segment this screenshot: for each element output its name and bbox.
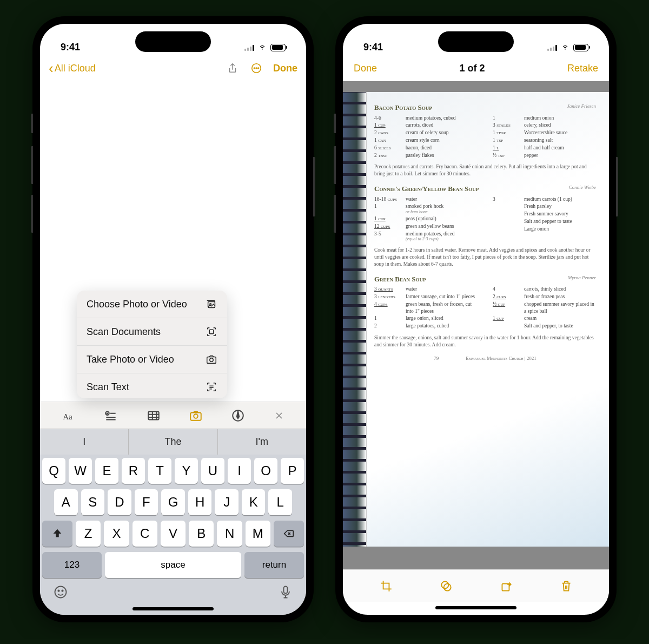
key-row-3: ZXCVBNM xyxy=(42,521,304,547)
key-s[interactable]: S xyxy=(81,489,105,515)
page-content: Bacon Potato SoupJanice Friesen4-6medium… xyxy=(367,92,609,547)
scan-doc-icon xyxy=(206,326,217,338)
scan-toolbar xyxy=(343,569,609,602)
key-k[interactable]: K xyxy=(242,489,266,515)
return-key[interactable]: return xyxy=(244,552,304,578)
key-v[interactable]: V xyxy=(161,521,186,547)
key-t[interactable]: T xyxy=(148,458,171,484)
text-format-icon[interactable]: Aa xyxy=(62,409,76,423)
key-w[interactable]: W xyxy=(69,458,92,484)
battery-icon xyxy=(573,44,588,51)
more-icon[interactable] xyxy=(249,61,263,75)
done-button[interactable]: Done xyxy=(273,63,297,74)
key-j[interactable]: J xyxy=(215,489,239,515)
scan-nav: Done 1 of 2 Retake xyxy=(343,55,609,81)
dynamic-island xyxy=(438,31,514,52)
gallery-icon xyxy=(206,298,217,310)
clock: 9:41 xyxy=(363,42,383,53)
menu-take-photo[interactable]: Take Photo or Video xyxy=(77,346,227,373)
note-toolbar: Aa xyxy=(40,402,306,429)
back-label: All iCloud xyxy=(55,63,96,74)
svg-point-3 xyxy=(258,68,259,69)
svg-rect-18 xyxy=(284,587,288,594)
dictation-icon[interactable] xyxy=(278,584,293,600)
menu-scan-documents[interactable]: Scan Documents xyxy=(77,318,227,346)
battery-icon xyxy=(270,44,286,51)
suggestion-1[interactable]: I xyxy=(40,429,129,455)
suggestion-bar: I The I'm xyxy=(40,429,306,455)
svg-point-8 xyxy=(210,358,213,362)
close-icon[interactable] xyxy=(274,409,284,423)
suggestion-3[interactable]: I'm xyxy=(218,429,306,455)
retake-button[interactable]: Retake xyxy=(567,63,598,74)
key-i[interactable]: I xyxy=(228,458,251,484)
svg-point-13 xyxy=(194,414,198,418)
menu-scan-text[interactable]: Scan Text xyxy=(77,373,227,398)
dynamic-island xyxy=(135,31,211,52)
page-counter: 1 of 2 xyxy=(459,63,485,74)
key-a[interactable]: A xyxy=(54,489,78,515)
backspace-key[interactable] xyxy=(274,521,304,547)
key-f[interactable]: F xyxy=(135,489,158,515)
key-l[interactable]: L xyxy=(268,489,292,515)
svg-rect-6 xyxy=(209,330,213,333)
wifi-icon xyxy=(560,42,570,53)
key-row-2: ASDFGHJKL xyxy=(42,489,304,515)
key-d[interactable]: D xyxy=(108,489,131,515)
screen-notes: 9:41 ‹ All iCloud Done Choose Photo or V… xyxy=(40,24,306,615)
wifi-icon xyxy=(257,42,267,53)
key-e[interactable]: E xyxy=(95,458,118,484)
key-q[interactable]: Q xyxy=(42,458,65,484)
key-h[interactable]: H xyxy=(188,489,212,515)
signal-icon xyxy=(547,44,558,51)
scan-body[interactable]: Bacon Potato SoupJanice Friesen4-6medium… xyxy=(343,81,609,569)
space-key[interactable]: space xyxy=(105,552,241,578)
key-y[interactable]: Y xyxy=(175,458,198,484)
key-g[interactable]: G xyxy=(161,489,185,515)
rotate-icon[interactable] xyxy=(499,579,513,593)
trash-icon[interactable] xyxy=(559,579,573,593)
chevron-left-icon: ‹ xyxy=(49,61,54,75)
camera-icon xyxy=(206,353,217,365)
svg-point-16 xyxy=(58,590,59,592)
key-z[interactable]: Z xyxy=(76,521,101,547)
spiral-binding xyxy=(343,92,367,547)
attachment-menu: Choose Photo or Video Scan Documents Tak… xyxy=(77,291,227,398)
scanned-page: Bacon Potato SoupJanice Friesen4-6medium… xyxy=(343,92,609,547)
numbers-key[interactable]: 123 xyxy=(42,552,102,578)
back-button[interactable]: ‹ All iCloud xyxy=(49,61,96,75)
share-icon[interactable] xyxy=(226,61,240,75)
key-x[interactable]: X xyxy=(104,521,129,547)
signal-icon xyxy=(244,44,255,51)
phone-right: 9:41 Done 1 of 2 Retake Bacon Potato Sou… xyxy=(335,16,617,622)
key-r[interactable]: R xyxy=(122,458,145,484)
note-body[interactable]: Choose Photo or Video Scan Documents Tak… xyxy=(40,81,306,402)
suggestion-2[interactable]: The xyxy=(129,429,217,455)
key-n[interactable]: N xyxy=(217,521,242,547)
clock: 9:41 xyxy=(61,42,80,53)
markup-icon[interactable] xyxy=(231,409,245,423)
svg-point-17 xyxy=(62,590,63,592)
svg-text:Aa: Aa xyxy=(63,411,72,420)
scan-text-icon xyxy=(206,381,217,393)
menu-choose-photo[interactable]: Choose Photo or Video xyxy=(77,291,227,318)
home-indicator[interactable] xyxy=(133,607,214,610)
key-m[interactable]: M xyxy=(246,521,270,547)
scan-done-button[interactable]: Done xyxy=(354,63,377,74)
key-b[interactable]: B xyxy=(189,521,214,547)
home-indicator[interactable] xyxy=(435,606,516,609)
notes-nav: ‹ All iCloud Done xyxy=(40,55,306,81)
key-row-1: QWERTYUIOP xyxy=(42,458,304,484)
key-p[interactable]: P xyxy=(281,458,304,484)
table-icon[interactable] xyxy=(147,409,161,423)
crop-icon[interactable] xyxy=(379,579,393,593)
key-u[interactable]: U xyxy=(201,458,224,484)
checklist-icon[interactable] xyxy=(104,409,118,423)
emoji-icon[interactable] xyxy=(53,584,68,600)
key-o[interactable]: O xyxy=(254,458,277,484)
keyboard: QWERTYUIOP ASDFGHJKL ZXCVBNM 123 space r… xyxy=(40,455,306,615)
filter-icon[interactable] xyxy=(439,579,453,593)
camera-toolbar-icon[interactable] xyxy=(189,409,203,423)
shift-key[interactable] xyxy=(42,521,72,547)
key-c[interactable]: C xyxy=(133,521,157,547)
